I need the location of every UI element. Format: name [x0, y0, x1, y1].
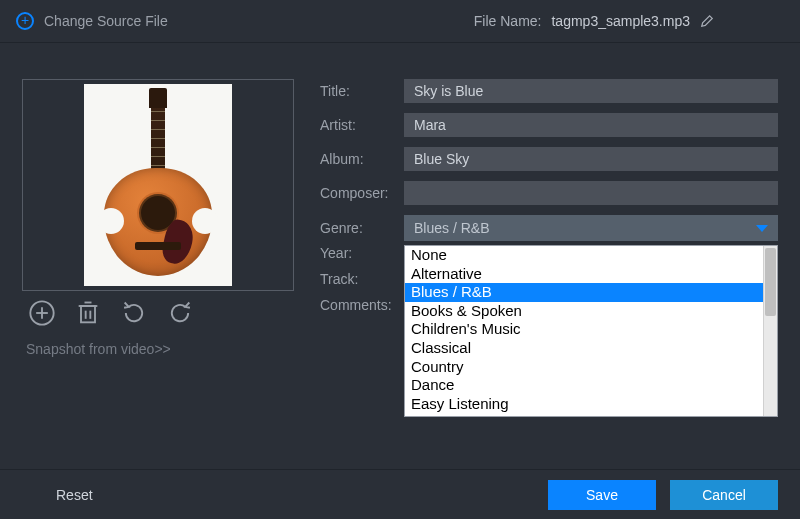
reset-button[interactable]: Reset — [56, 487, 93, 503]
genre-option[interactable]: Electronic — [405, 413, 763, 416]
row-genre: Genre: Blues / R&B — [320, 215, 778, 241]
row-title: Title: — [320, 79, 778, 103]
genre-option[interactable]: Dance — [405, 376, 763, 395]
title-input[interactable] — [404, 79, 778, 103]
artist-input[interactable] — [404, 113, 778, 137]
album-label: Album: — [320, 151, 404, 167]
composer-label: Composer: — [320, 185, 404, 201]
genre-option[interactable]: Easy Listening — [405, 395, 763, 414]
save-button[interactable]: Save — [548, 480, 656, 510]
file-name-value: tagmp3_sample3.mp3 — [551, 13, 690, 29]
snapshot-from-video-link[interactable]: Snapshot from video>> — [22, 341, 294, 357]
track-label: Track: — [320, 271, 404, 287]
artwork-frame — [22, 79, 294, 291]
file-name-label: File Name: — [474, 13, 542, 29]
edit-icon[interactable] — [700, 14, 714, 28]
genre-option[interactable]: Blues / R&B — [405, 283, 763, 302]
svg-rect-3 — [81, 306, 95, 322]
row-composer: Composer: — [320, 181, 778, 205]
genre-dropdown[interactable]: NoneAlternativeBlues / R&BBooks & Spoken… — [404, 245, 778, 417]
add-artwork-button[interactable] — [28, 299, 56, 327]
genre-option[interactable]: Alternative — [405, 265, 763, 284]
artist-label: Artist: — [320, 117, 404, 133]
year-label: Year: — [320, 245, 404, 261]
chevron-down-icon — [756, 225, 768, 232]
rotate-left-button[interactable] — [120, 299, 148, 327]
genre-select[interactable]: Blues / R&B — [404, 215, 778, 241]
genre-option[interactable]: Classical — [405, 339, 763, 358]
artwork-toolbar — [22, 291, 294, 327]
content-area: Snapshot from video>> Title: Artist: Alb… — [0, 43, 800, 357]
title-label: Title: — [320, 83, 404, 99]
composer-input[interactable] — [404, 181, 778, 205]
left-panel: Snapshot from video>> — [22, 79, 294, 357]
rotate-right-button[interactable] — [166, 299, 194, 327]
top-bar: Change Source File File Name: tagmp3_sam… — [0, 0, 800, 42]
dropdown-scrollbar[interactable] — [763, 246, 777, 416]
change-source-link[interactable]: Change Source File — [44, 13, 168, 29]
genre-option[interactable]: Books & Spoken — [405, 302, 763, 321]
add-circle-icon[interactable] — [16, 12, 34, 30]
comments-label: Comments: — [320, 297, 404, 313]
delete-artwork-button[interactable] — [74, 299, 102, 327]
genre-selected-value: Blues / R&B — [414, 220, 489, 236]
cancel-button[interactable]: Cancel — [670, 480, 778, 510]
file-name-group: File Name: tagmp3_sample3.mp3 — [474, 13, 714, 29]
row-album: Album: — [320, 147, 778, 171]
genre-label: Genre: — [320, 220, 404, 236]
form-panel: Title: Artist: Album: Composer: Genre: B… — [320, 79, 778, 357]
genre-option[interactable]: Children's Music — [405, 320, 763, 339]
genre-option-list: NoneAlternativeBlues / R&BBooks & Spoken… — [405, 246, 763, 416]
album-input[interactable] — [404, 147, 778, 171]
footer-bar: Reset Save Cancel — [0, 469, 800, 519]
artwork-image — [84, 84, 232, 286]
scrollbar-thumb[interactable] — [765, 248, 776, 316]
genre-option[interactable]: Country — [405, 358, 763, 377]
row-artist: Artist: — [320, 113, 778, 137]
genre-option[interactable]: None — [405, 246, 763, 265]
